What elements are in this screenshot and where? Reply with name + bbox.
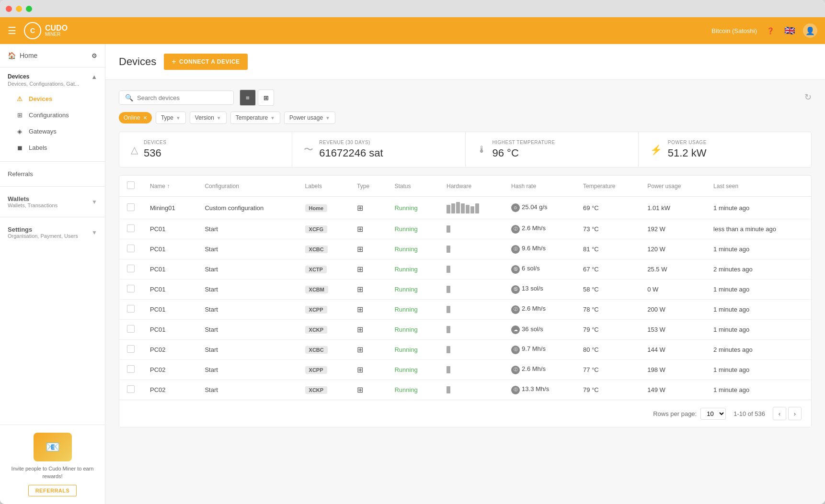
hamburger-icon[interactable]: ☰ [8, 25, 16, 36]
temperature-filter-dropdown[interactable]: Temperature ▼ [230, 112, 280, 124]
cell-type: ⊞ [349, 320, 387, 340]
maximize-btn[interactable] [26, 6, 32, 12]
rows-per-page-label: Rows per page: [653, 410, 697, 417]
next-page-button[interactable]: › [788, 407, 802, 420]
sidebar-item-home[interactable]: 🏠 Home [8, 52, 37, 59]
row-checkbox-5[interactable] [127, 305, 135, 313]
cell-lastseen: 1 minute ago [706, 380, 811, 400]
view-toggle: ≡ ⊞ [240, 90, 274, 106]
col-name[interactable]: Name ↑ [142, 176, 197, 197]
cell-power: 198 W [640, 360, 706, 380]
windows-icon: ⊞ [357, 265, 363, 273]
cell-power: 200 W [640, 300, 706, 320]
row-checkbox-2[interactable] [127, 245, 135, 252]
cell-name: PC01 [142, 320, 197, 340]
main-header: Devices + CONNECT A DEVICE [105, 44, 825, 80]
row-checkbox-4[interactable] [127, 285, 135, 292]
cell-hardware [439, 239, 504, 259]
remove-online-filter-icon[interactable]: × [143, 114, 147, 122]
referrals-button[interactable]: REFERRALS [28, 485, 77, 496]
refresh-icon[interactable]: ↻ [804, 92, 812, 102]
grid-view-button[interactable]: ⊞ [258, 90, 274, 106]
sidebar-item-configurations[interactable]: ⊞ Configurations [8, 107, 97, 123]
select-all-checkbox[interactable] [127, 181, 135, 189]
row-checkbox-8[interactable] [127, 365, 135, 373]
col-temperature: Temperature [575, 176, 640, 197]
online-filter-chip[interactable]: Online × [119, 112, 152, 123]
windows-icon: ⊞ [357, 225, 363, 233]
rows-per-page-select[interactable]: 10 25 50 [700, 408, 726, 420]
cell-name: Mining01 [142, 197, 197, 219]
cell-temp: 79 °C [575, 380, 640, 400]
title-bar [0, 0, 825, 17]
cell-power: 0 W [640, 280, 706, 300]
power-usage-filter-dropdown[interactable]: Power usage ▼ [284, 112, 335, 124]
cell-lastseen: 2 minutes ago [706, 259, 811, 280]
cell-label: XCPP [298, 360, 350, 380]
table-row: PC01 Start XCKP ⊞ Running ☁36 sol/s 79 °… [119, 320, 811, 340]
table-row: PC02 Start XCPP ⊞ Running Ⓩ2.6 Mh/s 77 °… [119, 360, 811, 380]
cell-temp: 69 °C [575, 197, 640, 219]
cell-status: Running [387, 320, 439, 340]
cell-name: PC01 [142, 239, 197, 259]
language-flag-icon[interactable]: 🇬🇧 [784, 25, 795, 36]
sidebar: 🏠 Home ⚙ Devices Devices, Configurations… [0, 44, 105, 504]
cell-name: PC02 [142, 380, 197, 400]
sidebar-item-wallets[interactable]: Wallets Wallets, Transactions ▼ [0, 190, 105, 213]
cell-label: XCPP [298, 300, 350, 320]
cell-config: Start [197, 259, 297, 280]
settings-icon[interactable]: ⚙ [92, 52, 97, 59]
row-checkbox-3[interactable] [127, 265, 135, 272]
stat-revenue: 〜 REVENUE (30 DAYS) 61672246 sat [292, 132, 465, 167]
cell-label: XCTP [298, 259, 350, 280]
cell-type: ⊞ [349, 259, 387, 280]
type-dropdown-arrow-icon: ▼ [176, 115, 181, 121]
cell-power: 192 W [640, 219, 706, 239]
currency-label[interactable]: Bitcoin (Satoshi) [711, 27, 757, 34]
cell-hashrate: ⓪13.3 Mh/s [504, 380, 575, 400]
cell-power: 149 W [640, 380, 706, 400]
cell-label: XCFG [298, 219, 350, 239]
cell-power: 144 W [640, 340, 706, 360]
cell-hashrate: ⑮6 sol/s [504, 259, 575, 280]
table-row: PC02 Start XCKP ⊞ Running ⓪13.3 Mh/s 79 … [119, 380, 811, 400]
cell-name: PC01 [142, 300, 197, 320]
cell-hashrate: Ⓩ2.6 Mh/s [504, 300, 575, 320]
minimize-btn[interactable] [16, 6, 22, 12]
list-view-button[interactable]: ≡ [240, 90, 256, 106]
help-icon[interactable]: ❓ [765, 25, 776, 36]
table-row: PC01 Start XCBM ⊞ Running ⑮13 sol/s 58 °… [119, 280, 811, 300]
user-avatar[interactable]: 👤 [803, 23, 817, 38]
sidebar-item-devices[interactable]: ⚠ Devices [8, 90, 97, 107]
row-checkbox-9[interactable] [127, 385, 135, 393]
col-labels: Labels [298, 176, 350, 197]
cell-temp: 80 °C [575, 340, 640, 360]
version-filter-dropdown[interactable]: Version ▼ [190, 112, 227, 124]
referral-image: 📧 [34, 433, 72, 461]
col-hashrate: Hash rate [504, 176, 575, 197]
close-btn[interactable] [6, 6, 12, 12]
type-filter-dropdown[interactable]: Type ▼ [156, 112, 186, 124]
connect-device-button[interactable]: + CONNECT A DEVICE [164, 54, 247, 70]
sidebar-item-referrals[interactable]: Referrals [0, 166, 105, 182]
sidebar-devices-collapse[interactable]: ▲ [91, 73, 97, 80]
cell-status: Running [387, 219, 439, 239]
search-input[interactable] [137, 94, 228, 101]
row-checkbox-1[interactable] [127, 224, 135, 232]
cell-hardware [439, 300, 504, 320]
sidebar-item-labels[interactable]: ◼ Labels [8, 139, 97, 156]
row-checkbox-7[interactable] [127, 345, 135, 353]
table-row: PC01 Start XCTP ⊞ Running ⑮6 sol/s 67 °C… [119, 259, 811, 280]
cell-hashrate: ⓪9.7 Mh/s [504, 340, 575, 360]
row-checkbox-0[interactable] [127, 203, 135, 211]
row-checkbox-6[interactable] [127, 325, 135, 333]
cell-power: 25.5 W [640, 259, 706, 280]
table-row: PC01 Start XCFG ⊞ Running Ⓩ2.6 Mh/s 73 °… [119, 219, 811, 239]
cell-type: ⊞ [349, 219, 387, 239]
labels-icon: ◼ [15, 143, 24, 152]
sidebar-item-settings[interactable]: Settings Organisation, Payment, Users ▼ [0, 221, 105, 244]
sidebar-item-gateways[interactable]: ◈ Gateways [8, 123, 97, 139]
stat-devices: △ DEVICES 536 [119, 132, 292, 167]
cell-status: Running [387, 300, 439, 320]
prev-page-button[interactable]: ‹ [773, 407, 786, 420]
